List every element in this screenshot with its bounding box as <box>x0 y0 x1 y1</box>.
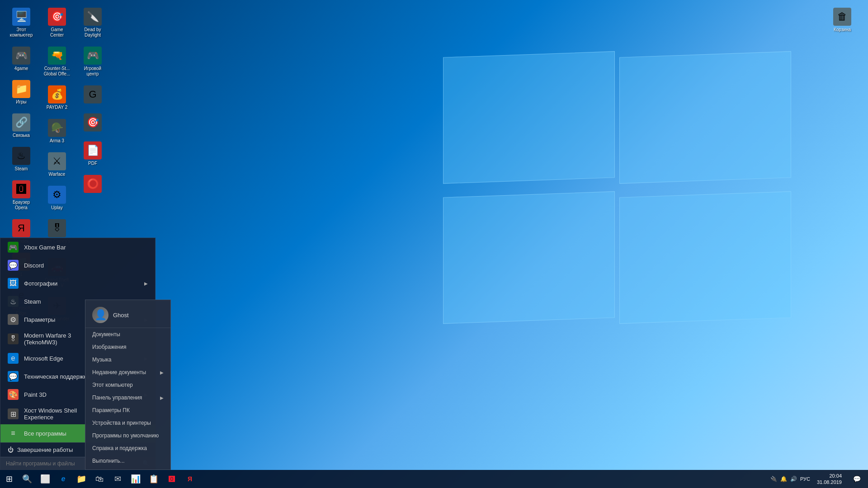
start-button[interactable]: ⊞ <box>0 470 18 488</box>
desktop-icon-img-call-of-duty: 🎯 <box>84 113 102 131</box>
action-center-icon[interactable]: 💬 <box>848 470 866 488</box>
context-item-label-images: Изображения <box>92 344 126 350</box>
desktop-icon-img-gaming-center: 🎮 <box>84 47 102 65</box>
taskbar-explorer-icon[interactable]: 📁 <box>72 470 90 488</box>
taskbar-opera-icon[interactable]: 🅾 <box>163 470 181 488</box>
taskbar-search-button[interactable]: 🔍 <box>18 470 36 488</box>
desktop-icon-call-of-duty[interactable]: 🎯 <box>77 111 108 135</box>
desktop-icon-pdf[interactable]: 📄PDF <box>77 139 108 169</box>
taskbar-store-icon[interactable]: 🛍 <box>90 470 108 488</box>
desktop-icon-img-uplay: ⚙ <box>48 186 66 204</box>
desktop-icon-label-recycle: Корзина <box>834 27 851 33</box>
desktop-icon-label-game-center: Game Center <box>43 27 71 38</box>
desktop-icon-img-svyazka: 🔗 <box>12 113 30 131</box>
start-item-icon-parametry: ⚙ <box>8 314 19 325</box>
taskbar-onenote-icon[interactable]: 📋 <box>145 470 163 488</box>
context-item-arrow-control-panel: ▶ <box>160 395 164 400</box>
desktop-icon-img-4game: 🎮 <box>12 47 30 65</box>
desktop-icon-img-arma3: 🪖 <box>48 119 66 137</box>
taskbar-mail-icon[interactable]: ✉ <box>108 470 127 488</box>
taskbar-task-view[interactable]: ⬜ <box>36 470 54 488</box>
desktop-icon-dead-by-daylight[interactable]: 🔪Dead by Daylight <box>77 5 108 40</box>
desktop-icon-cs-go[interactable]: 🔫Counter-St... Global Offe... <box>41 44 73 79</box>
desktop-icon-label-pdf: PDF <box>88 161 97 166</box>
lang-label[interactable]: РУС <box>799 476 811 482</box>
desktop-icon-opera-browser[interactable]: 🅾Браузер Opera <box>5 178 37 213</box>
context-item-control-panel[interactable]: Панель управления▶ <box>85 391 170 404</box>
start-item-icon-modern-warfare: 🎖 <box>8 333 19 344</box>
taskbar: ⊞ 🔍 ⬜ e 📁 🛍 ✉ 📊 📋 🅾 Я 🔌 🔔 🔊 РУС 20:04 31… <box>0 470 868 488</box>
desktop-icon-this-computer[interactable]: 🖥️Этот компьютер <box>5 5 37 40</box>
start-item-discord[interactable]: 💬Discord <box>0 256 155 274</box>
desktop-icon-swtor[interactable]: ⭕ <box>77 173 108 197</box>
context-item-devices-printers[interactable]: Устройства и принтеры <box>85 417 170 429</box>
desktop-icon-img-cs-go: 🔫 <box>48 47 66 65</box>
desktop-icon-img-swtor: ⭕ <box>84 175 102 193</box>
context-item-images[interactable]: Изображения <box>85 341 170 353</box>
network-icon[interactable]: 🔌 <box>769 476 778 482</box>
desktop-icon-steam[interactable]: ♨Steam <box>5 145 37 174</box>
desktop-icon-label-steam: Steam <box>15 166 28 172</box>
clock-time: 20:04 <box>829 473 842 479</box>
desktop-icon-img-igry: 📁 <box>12 80 30 98</box>
start-item-xbox-game-bar[interactable]: 🎮Xbox Game Bar <box>0 238 155 256</box>
context-item-music[interactable]: Музыка <box>85 353 170 366</box>
shutdown-icon: ⏻ <box>8 446 14 453</box>
desktop-icon-warface[interactable]: ⚔Warface <box>41 150 73 179</box>
desktop-icon-arma3[interactable]: 🪖Arma 3 <box>41 117 73 146</box>
start-item-icon-tech-support: 💬 <box>8 371 19 382</box>
desktop-icon-img-recycle: 🗑 <box>833 8 851 26</box>
desktop-icon-recycle[interactable]: 🗑Корзина <box>826 5 858 35</box>
context-menu: 👤 Ghost ДокументыИзображенияМузыкаНедавн… <box>85 300 171 470</box>
desktop-icon-img-yandex: Я <box>12 219 30 237</box>
context-item-help-support[interactable]: Справка и поддержка <box>85 442 170 455</box>
volume-icon[interactable]: 🔊 <box>789 476 798 482</box>
context-item-default-programs[interactable]: Программы по умолчанию <box>85 429 170 442</box>
clock-date: 31.08.2019 <box>817 479 842 485</box>
context-item-documents[interactable]: Документы <box>85 328 170 341</box>
desktop-icon-img-steam: ♨ <box>12 147 30 165</box>
context-item-label-pc-settings: Параметры ПК <box>92 407 130 413</box>
desktop-icon-label-opera-browser: Браузер Opera <box>13 200 30 211</box>
taskbar-clock[interactable]: 20:04 31.08.2019 <box>813 473 845 486</box>
desktop-icon-label-dead-by-daylight: Dead by Daylight <box>84 27 101 38</box>
desktop-icon-uplay[interactable]: ⚙Uplay <box>41 183 73 213</box>
shutdown-label: Завершение работы <box>17 446 73 453</box>
start-item-arrow-photos: ▶ <box>144 281 148 286</box>
context-item-label-this-computer: Этот компьютер <box>92 382 133 388</box>
desktop-icon-img-this-computer: 🖥️ <box>12 8 30 26</box>
context-header: 👤 Ghost <box>85 302 170 328</box>
desktop-icon-img-payday2: 💰 <box>48 85 66 103</box>
user-avatar: 👤 <box>92 307 108 323</box>
context-item-label-recent-docs: Недавние документы <box>92 369 146 375</box>
desktop: 🖥️Этот компьютер🎮4game📁Игры🔗Связька♨Stea… <box>0 0 868 488</box>
desktop-icon-label-uplay: Uplay <box>51 205 63 211</box>
context-item-this-computer[interactable]: Этот компьютер <box>85 379 170 391</box>
desktop-icon-4game[interactable]: 🎮4game <box>5 44 37 74</box>
notification-icon[interactable]: 🔔 <box>779 476 788 482</box>
context-item-pc-settings[interactable]: Параметры ПК <box>85 404 170 417</box>
desktop-icon-img-rainbow-six: 🎖 <box>48 219 66 237</box>
desktop-icon-igry[interactable]: 📁Игры <box>5 78 37 107</box>
windows-logo-panel-bl <box>443 191 615 324</box>
taskbar-excel-icon[interactable]: 📊 <box>127 470 145 488</box>
taskbar-yandex-icon[interactable]: Я <box>181 470 199 488</box>
desktop-icon-game-center[interactable]: 🎯Game Center <box>41 5 73 40</box>
desktop-icon-label-svyazka: Связька <box>13 133 30 138</box>
desktop-icon-img-pdf: 📄 <box>84 141 102 160</box>
taskbar-right: 🔌 🔔 🔊 РУС 20:04 31.08.2019 💬 <box>769 470 868 488</box>
desktop-icon-payday2[interactable]: 💰PAYDAY 2 <box>41 83 73 113</box>
desktop-icon-glyph[interactable]: G <box>77 83 108 107</box>
context-item-label-documents: Документы <box>92 331 120 338</box>
taskbar-sys-icons: 🔌 🔔 🔊 РУС <box>769 476 811 482</box>
desktop-icon-gaming-center[interactable]: 🎮Игровой центр <box>77 44 108 79</box>
desktop-icon-label-warface: Warface <box>49 172 66 177</box>
start-item-photos[interactable]: 🖼Фотографии▶ <box>0 274 155 292</box>
context-item-run[interactable]: Выполнить... <box>85 455 170 467</box>
context-username: Ghost <box>113 312 129 319</box>
taskbar-edge-icon[interactable]: e <box>54 470 72 488</box>
windows-logo-panel-br <box>619 191 791 324</box>
desktop-icon-label-this-computer: Этот компьютер <box>10 27 33 38</box>
desktop-icon-svyazka[interactable]: 🔗Связька <box>5 111 37 141</box>
context-item-recent-docs[interactable]: Недавние документы▶ <box>85 366 170 379</box>
